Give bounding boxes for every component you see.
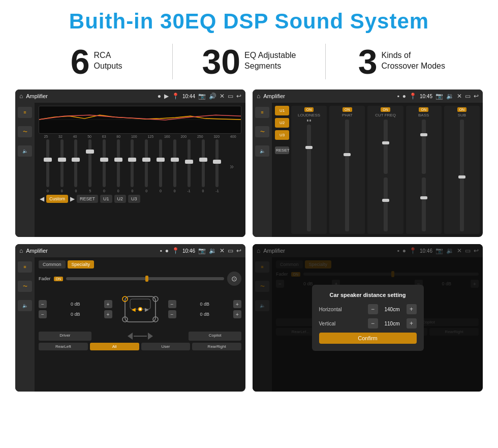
btn-driver-3[interactable]: Driver	[39, 332, 91, 341]
speaker-row-2: − 0 dB +	[39, 310, 112, 318]
cutfreq-label: CUT FREQ	[375, 113, 396, 117]
eq-slider-10: 0	[173, 139, 176, 193]
speaker-plus-4[interactable]: +	[233, 310, 241, 318]
bass-slider[interactable]	[422, 120, 426, 174]
play-icon[interactable]: ▶	[70, 195, 75, 202]
speaker-minus-4[interactable]: −	[168, 310, 176, 318]
fader-on[interactable]: ON	[54, 277, 64, 281]
amp-reset-btn[interactable]: RESET	[275, 146, 289, 154]
sidebar-btn-speaker-1[interactable]: 🔈	[18, 145, 32, 157]
dialog-horizontal-plus[interactable]: +	[407, 304, 417, 314]
topbar-1: ⌂ Amplifier ● ▶ 📍 10:44 📷 🔊 ✕ ▭ ↩	[15, 89, 245, 103]
sq-icon-2: ▪	[397, 93, 399, 100]
stat-divider-2	[325, 44, 326, 79]
stat-rca: 6 RCA Outputs	[30, 44, 162, 79]
screen3-sidebar: ≡ 〜 🔈	[15, 257, 35, 392]
sidebar-btn-speaker-3[interactable]: 🔈	[18, 300, 32, 311]
sidebar-btn-eq-1[interactable]: ≡	[18, 107, 32, 118]
sidebar-btn-eq-3[interactable]: ≡	[18, 261, 32, 273]
speaker-plus-2[interactable]: +	[104, 310, 112, 318]
stat-crossover-line2: Crossover Modes	[382, 61, 445, 72]
screen-eq: ⌂ Amplifier ● ▶ 📍 10:44 📷 🔊 ✕ ▭ ↩ ≡ 〜 🔈	[15, 89, 245, 237]
speaker-minus-2[interactable]: −	[39, 310, 47, 318]
location-icon-1: 📍	[172, 93, 179, 100]
prev-icon[interactable]: ◀	[40, 195, 44, 202]
back-icon-3: ↩	[236, 247, 241, 254]
amp-preset-u2[interactable]: U2	[275, 118, 289, 128]
tab-common-3[interactable]: Common	[39, 260, 66, 268]
eq-btn-u3[interactable]: U3	[128, 195, 140, 203]
cutfreq-slider2[interactable]	[384, 177, 388, 232]
topbar-time-3: 10:46	[182, 248, 195, 254]
eq-freq-labels: 25 32 40 50 63 80 100 125 160 200 250 32…	[39, 134, 241, 139]
phat-on: ON	[343, 107, 352, 112]
btn-rearleft-3[interactable]: RearLeft	[39, 343, 88, 350]
dot-icon-2: ●	[402, 93, 406, 100]
eq-arrows: »	[230, 162, 234, 170]
loudness-slider[interactable]	[307, 125, 311, 231]
dialog-vertical-minus[interactable]: −	[368, 318, 378, 328]
dialog-horizontal-minus[interactable]: −	[368, 304, 378, 314]
sidebar-btn-wave-3[interactable]: 〜	[18, 281, 32, 292]
btn-copilot-3[interactable]: Copilot	[189, 332, 241, 341]
phat-label: PHAT	[342, 113, 353, 117]
stat-crossover-line1: Kinds of	[382, 50, 445, 61]
stat-crossover: 3 Kinds of Crossover Modes	[336, 44, 468, 79]
sub-label: SUB	[458, 113, 466, 117]
sidebar-btn-wave-1[interactable]: 〜	[18, 126, 32, 137]
screen3-content: ≡ 〜 🔈 Common Specialty Fader ON ⊙	[15, 257, 245, 392]
sidebar-btn-eq-2[interactable]: ≡	[255, 107, 269, 118]
topbar-title-1: Amplifier	[26, 93, 154, 99]
bass-slider2[interactable]	[422, 177, 426, 232]
speaker-plus-1[interactable]: +	[104, 300, 112, 308]
cutfreq-slider[interactable]	[384, 120, 388, 174]
loudness-on: ON	[304, 107, 314, 112]
dialog-horizontal-val: 140cm	[381, 307, 403, 312]
eq-slider-11: -1	[188, 139, 191, 193]
back-icon-2: ↩	[474, 93, 479, 100]
x-icon-2: ✕	[457, 93, 462, 100]
bottom-buttons-3b: RearLeft All User RearRight	[39, 343, 241, 350]
fader-slider[interactable]	[66, 277, 224, 280]
speaker-controls-right: − 0 dB + − 0 dB +	[168, 300, 242, 318]
confirm-button[interactable]: Confirm	[319, 333, 417, 344]
phat-slider[interactable]	[345, 120, 349, 231]
dialog-vertical-val: 110cm	[381, 321, 403, 326]
btn-rearright-3[interactable]: RearRight	[192, 343, 241, 350]
home-icon-3: ⌂	[19, 247, 23, 254]
fader-icon[interactable]: ⊙	[227, 272, 241, 286]
btn-all-3[interactable]: All	[90, 343, 139, 350]
speaker-minus-3[interactable]: −	[168, 300, 176, 308]
sidebar-btn-speaker-2[interactable]: 🔈	[255, 145, 269, 157]
eq-slider-13: -1	[215, 139, 219, 193]
speaker-minus-1[interactable]: −	[39, 300, 47, 308]
dot-icon-3: ●	[165, 247, 169, 254]
eq-btn-u1[interactable]: U1	[100, 195, 112, 203]
eq-main: 25 32 40 50 63 80 100 125 160 200 250 32…	[35, 103, 245, 237]
sub-slider[interactable]	[460, 120, 464, 231]
tab-specialty-3[interactable]: Specialty	[68, 260, 95, 268]
eq-btn-reset[interactable]: RESET	[77, 195, 98, 203]
screen2-content: ≡ 〜 🔈 U1 U2 U3 RESET ON LOUDNESS	[253, 103, 483, 237]
svg-point-8	[139, 308, 141, 310]
loudness-label: LOUDNESS	[298, 113, 320, 117]
eq-bottom-bar: ◀ Custom ▶ RESET U1 U2 U3	[39, 193, 241, 205]
eq-slider-4: 5	[88, 139, 91, 193]
x-icon-1: ✕	[220, 93, 225, 100]
topbar-time-2: 10:45	[420, 94, 432, 99]
speaker-plus-3[interactable]: +	[233, 300, 241, 308]
amp-preset-u3[interactable]: U3	[275, 130, 289, 140]
eq-btn-custom[interactable]: Custom	[46, 195, 68, 203]
bass-label: BASS	[418, 113, 429, 117]
dialog-vertical-plus[interactable]: +	[407, 318, 417, 328]
sidebar-btn-wave-2[interactable]: 〜	[255, 126, 269, 137]
amp-channels: ON LOUDNESS ON PHAT	[291, 106, 480, 234]
header-section: Buith-in 30EQ DSP Sound System	[0, 0, 498, 39]
amp-preset-u1[interactable]: U1	[275, 106, 289, 115]
speaker-val-4: 0 dB	[178, 312, 232, 317]
screen1-sidebar: ≡ 〜 🔈	[15, 103, 35, 237]
eq-btn-u2[interactable]: U2	[114, 195, 127, 203]
btn-user-3[interactable]: User	[141, 343, 191, 350]
svg-text:◀: ◀	[132, 307, 136, 312]
amp-channel-loudness: ON LOUDNESS	[291, 106, 327, 234]
